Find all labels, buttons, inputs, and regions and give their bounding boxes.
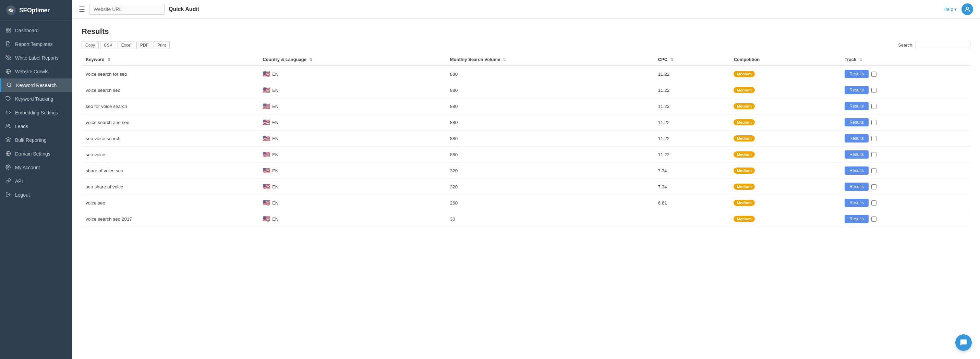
sort-keyword-icon[interactable]: ⇅: [107, 57, 110, 62]
cell-keyword: voice search seo: [81, 82, 258, 98]
results-table: Keyword ⇅ Country & Language ⇅ Monthly S…: [81, 54, 970, 227]
sidebar-item-logout[interactable]: Logout: [0, 188, 72, 202]
track-checkbox[interactable]: [871, 184, 877, 189]
table-row: share of voice seo 🇺🇸 EN 320 7.34 Medium…: [81, 163, 970, 179]
sidebar-item-domain-settings[interactable]: Domain Settings: [0, 147, 72, 160]
sort-track-icon[interactable]: ⇅: [859, 57, 862, 62]
sort-volume-icon[interactable]: ⇅: [503, 57, 506, 62]
copy-button[interactable]: Copy: [81, 41, 99, 49]
results-button[interactable]: Results: [845, 134, 869, 143]
cell-competition: Medium: [729, 98, 840, 114]
track-checkbox[interactable]: [871, 88, 877, 93]
print-button[interactable]: Print: [154, 41, 170, 49]
sidebar-item-website-crawls[interactable]: Website Crawls: [0, 65, 72, 78]
cell-country: 🇺🇸 EN: [258, 114, 446, 130]
sidebar-item-white-label-reports[interactable]: White Label Reports: [0, 51, 72, 65]
cell-volume: 880: [446, 66, 654, 82]
sidebar-item-embedding-settings[interactable]: Embedding Settings: [0, 106, 72, 119]
competition-badge: Medium: [733, 119, 754, 125]
sidebar-item-bulk-reporting[interactable]: Bulk Reporting: [0, 133, 72, 147]
cell-country: 🇺🇸 EN: [258, 66, 446, 82]
sidebar-item-report-templates[interactable]: Report Templates: [0, 37, 72, 51]
search-area: Search:: [898, 41, 970, 49]
results-button[interactable]: Results: [845, 102, 869, 110]
sidebar-item-dashboard[interactable]: Dashboard: [0, 24, 72, 37]
sidebar-item-label: Bulk Reporting: [15, 137, 47, 143]
results-button[interactable]: Results: [845, 86, 869, 94]
track-checkbox[interactable]: [871, 152, 877, 157]
chat-bubble[interactable]: [955, 334, 972, 351]
cell-keyword: voice search for seo: [81, 66, 258, 82]
cell-keyword: seo voice search: [81, 130, 258, 147]
code-icon: [5, 110, 12, 116]
sidebar-item-keyword-research[interactable]: Keyword Research: [0, 78, 72, 92]
sidebar-nav: Dashboard Report Templates White Label R…: [0, 21, 72, 359]
sidebar: SEOptimer Dashboard Report Templates Whi…: [0, 0, 72, 359]
search-input[interactable]: [916, 41, 970, 49]
pdf-button[interactable]: PDF: [137, 41, 152, 49]
table-body: voice search for seo 🇺🇸 EN 880 11.22 Med…: [81, 66, 970, 227]
cell-track: Results: [840, 82, 970, 98]
globe-icon: [5, 68, 12, 75]
results-button[interactable]: Results: [845, 167, 869, 175]
cell-track: Results: [840, 163, 970, 179]
cell-country: 🇺🇸 EN: [258, 98, 446, 114]
sidebar-item-label: API: [15, 178, 23, 184]
svg-point-11: [7, 83, 11, 87]
results-button[interactable]: Results: [845, 215, 869, 223]
competition-badge: Medium: [733, 216, 754, 222]
cell-volume: 320: [446, 163, 654, 179]
svg-rect-3: [9, 28, 10, 30]
track-checkbox[interactable]: [871, 120, 877, 125]
svg-point-20: [966, 7, 969, 9]
cell-country: 🇺🇸 EN: [258, 179, 446, 195]
cell-cpc: 7.34: [654, 179, 730, 195]
sort-country-icon[interactable]: ⇅: [309, 57, 312, 62]
sort-cpc-icon[interactable]: ⇅: [670, 57, 673, 62]
sidebar-item-label: Website Crawls: [15, 69, 48, 74]
results-button[interactable]: Results: [845, 150, 869, 159]
cell-cpc: 11.22: [654, 114, 730, 130]
competition-badge: Medium: [733, 167, 754, 174]
sidebar-item-my-account[interactable]: My Account: [0, 160, 72, 174]
cell-cpc: 11.22: [654, 147, 730, 163]
website-url-input[interactable]: [89, 4, 164, 15]
table-row: seo share of voice 🇺🇸 EN 320 7.34 Medium…: [81, 179, 970, 195]
results-button[interactable]: Results: [845, 199, 869, 207]
track-checkbox[interactable]: [871, 200, 877, 205]
competition-badge: Medium: [733, 87, 754, 93]
help-button[interactable]: Help ▾: [943, 6, 957, 12]
track-checkbox[interactable]: [871, 216, 877, 222]
csv-button[interactable]: CSV: [100, 41, 116, 49]
cell-competition: Medium: [729, 163, 840, 179]
settings-icon: [5, 164, 12, 171]
cell-volume: 880: [446, 82, 654, 98]
track-checkbox[interactable]: [871, 104, 877, 109]
cell-cpc: [654, 211, 730, 227]
cell-track: Results: [840, 179, 970, 195]
cell-keyword: voice search seo 2017: [81, 211, 258, 227]
link-icon: [5, 178, 12, 184]
competition-badge: Medium: [733, 151, 754, 157]
results-button[interactable]: Results: [845, 183, 869, 191]
sidebar-item-keyword-tracking[interactable]: Keyword Tracking: [0, 92, 72, 106]
cell-competition: Medium: [729, 66, 840, 82]
logo-area: SEOptimer: [0, 0, 72, 21]
menu-icon[interactable]: ☰: [79, 5, 85, 13]
results-button[interactable]: Results: [845, 70, 869, 78]
track-checkbox[interactable]: [871, 71, 877, 77]
track-checkbox[interactable]: [871, 168, 877, 173]
excel-button[interactable]: Excel: [118, 41, 135, 49]
track-checkbox[interactable]: [871, 136, 877, 141]
sidebar-item-leads[interactable]: Leads: [0, 119, 72, 133]
sidebar-item-api[interactable]: API: [0, 174, 72, 188]
user-avatar[interactable]: [961, 3, 973, 15]
cell-country: 🇺🇸 EN: [258, 163, 446, 179]
cell-cpc: 11.22: [654, 82, 730, 98]
cell-cpc: 11.22: [654, 98, 730, 114]
table-row: seo voice search 🇺🇸 EN 880 11.22 Medium …: [81, 130, 970, 147]
cell-cpc: 11.22: [654, 130, 730, 147]
results-button[interactable]: Results: [845, 118, 869, 126]
users-icon: [5, 123, 12, 129]
cell-track: Results: [840, 147, 970, 163]
